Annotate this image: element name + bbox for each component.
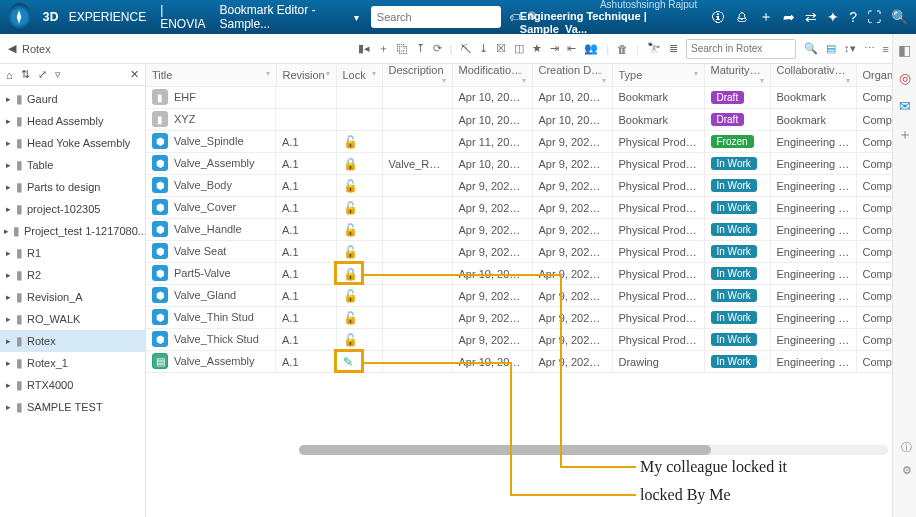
- cube-icon[interactable]: ◫: [514, 42, 524, 55]
- breadcrumb[interactable]: Rotex: [22, 43, 51, 55]
- rail-add-icon[interactable]: ＋: [898, 126, 912, 144]
- lock-icon[interactable]: 🔓: [343, 135, 358, 149]
- flag-icon[interactable]: ▮◂: [358, 42, 370, 55]
- rail-compass-icon[interactable]: ◎: [899, 70, 911, 86]
- table-row[interactable]: ⬢Valve SeatA.1🔓Apr 9, 2024, 1...Apr 9, 2…: [146, 241, 892, 263]
- col-title[interactable]: Title▾: [146, 64, 276, 86]
- caret-icon[interactable]: ▸: [4, 314, 12, 324]
- more-icon[interactable]: ⋯: [864, 42, 875, 55]
- tree-item[interactable]: ▸▮RO_WALK: [0, 308, 145, 330]
- box-icon[interactable]: ☒: [496, 42, 506, 55]
- caret-icon[interactable]: ▸: [4, 270, 12, 280]
- tree-item[interactable]: ▸▮R2: [0, 264, 145, 286]
- tree-item[interactable]: ▸▮Head Yoke Assembly: [0, 132, 145, 154]
- plus-icon[interactable]: ＋: [759, 8, 773, 26]
- caret-icon[interactable]: ▸: [4, 160, 12, 170]
- table-row[interactable]: ⬢Valve_Thick StudA.1🔓Apr 9, 2024, 9...Ap…: [146, 329, 892, 351]
- tree-item[interactable]: ▸▮Table: [0, 154, 145, 176]
- col-description[interactable]: Description▾: [382, 64, 452, 86]
- rail-mail-icon[interactable]: ✉: [899, 98, 911, 114]
- download-icon[interactable]: ⤓: [479, 42, 488, 55]
- network-icon[interactable]: ⇄: [805, 9, 817, 25]
- content-search[interactable]: [686, 39, 796, 59]
- col-lock[interactable]: Lock▾: [336, 64, 382, 86]
- lock-icon[interactable]: 🔓: [343, 223, 358, 237]
- lock-icon[interactable]: 🔓: [343, 311, 358, 325]
- col-type[interactable]: Type▾: [612, 64, 704, 86]
- tree-item[interactable]: ▸▮Revision_A: [0, 286, 145, 308]
- binoculars-icon[interactable]: 🔭: [647, 42, 661, 55]
- tree-item[interactable]: ▸▮project-102305: [0, 198, 145, 220]
- tree-item[interactable]: ▸▮R1: [0, 242, 145, 264]
- filter-icon[interactable]: ≣: [669, 42, 678, 55]
- lock-icon[interactable]: 🔓: [343, 179, 358, 193]
- upload-icon[interactable]: ⤒: [416, 42, 425, 55]
- caret-icon[interactable]: ▸: [4, 402, 12, 412]
- rail-app-icon[interactable]: ◧: [898, 42, 911, 58]
- expand-icon[interactable]: ⛶: [867, 9, 881, 25]
- caret-icon[interactable]: ▸: [4, 116, 12, 126]
- tree-sort-icon[interactable]: ⇅: [21, 68, 30, 81]
- export-icon[interactable]: ⇤: [567, 42, 576, 55]
- caret-icon[interactable]: ▸: [4, 248, 12, 258]
- topbar-context[interactable]: Ashutoshsingh Rajput Engineering Techniq…: [520, 0, 697, 35]
- tree-item[interactable]: ▸▮Gaurd: [0, 88, 145, 110]
- table-row[interactable]: ⬢Valve_HandleA.1🔓Apr 9, 2024, 1...Apr 9,…: [146, 219, 892, 241]
- col-revision[interactable]: Revision▾: [276, 64, 336, 86]
- tree-expand-icon[interactable]: ⤢: [38, 68, 47, 81]
- view-toggle-icon[interactable]: ▤: [826, 42, 836, 55]
- tree-item[interactable]: ▸▮Parts to design: [0, 176, 145, 198]
- star-icon[interactable]: ★: [532, 42, 542, 55]
- col-creation[interactable]: Creation Date▾: [532, 64, 612, 86]
- notification-icon[interactable]: 🛈: [711, 9, 725, 25]
- caret-icon[interactable]: ▸: [4, 336, 12, 346]
- lock-icon[interactable]: 🔓: [343, 201, 358, 215]
- tree-item[interactable]: ▸▮Head Assembly: [0, 110, 145, 132]
- horizontal-scrollbar[interactable]: [299, 445, 888, 455]
- footer-info-icon[interactable]: ⓘ: [901, 440, 912, 455]
- duplicate-icon[interactable]: ⿻: [397, 43, 408, 55]
- lock-icon[interactable]: 🔓: [343, 245, 358, 259]
- help-icon[interactable]: ?: [849, 9, 857, 25]
- caret-icon[interactable]: ▸: [4, 138, 12, 148]
- table-row[interactable]: ▤Valve_AssemblyA.1✎Apr 10, 2024, ...Apr …: [146, 351, 892, 373]
- caret-icon[interactable]: ▸: [4, 380, 12, 390]
- caret-icon[interactable]: ▸: [4, 358, 12, 368]
- tree-close-icon[interactable]: ✕: [130, 68, 139, 81]
- lock-icon[interactable]: 🔒: [343, 267, 358, 281]
- global-search-input[interactable]: [371, 11, 521, 23]
- share-icon[interactable]: ➦: [783, 9, 795, 25]
- table-row[interactable]: ⬢Valve_GlandA.1🔓Apr 9, 2024, 1...Apr 9, …: [146, 285, 892, 307]
- table-row[interactable]: ⬢Valve_SpindleA.1🔓Apr 11, 2024, ...Apr 9…: [146, 131, 892, 153]
- back-icon[interactable]: ◀: [8, 42, 16, 55]
- table-row[interactable]: ▮EHFApr 10, 2024, ...Apr 10, 2024, ...Bo…: [146, 86, 892, 109]
- caret-icon[interactable]: ▸: [4, 182, 12, 192]
- caret-icon[interactable]: ▸: [4, 226, 9, 236]
- scrollbar-thumb[interactable]: [299, 445, 711, 455]
- tree-item[interactable]: ▸▮Rotex_1: [0, 352, 145, 374]
- col-collab[interactable]: Collaborative ...▾: [770, 64, 856, 86]
- lock-icon[interactable]: ✎: [343, 355, 353, 369]
- chevron-down-icon[interactable]: ▾: [354, 12, 359, 23]
- lock-icon[interactable]: 🔓: [343, 289, 358, 303]
- lock-icon[interactable]: 🔒: [343, 157, 358, 171]
- delete-icon[interactable]: 🗑: [617, 43, 628, 55]
- tree-item[interactable]: ▸▮Rotex: [0, 330, 145, 352]
- sort-icon[interactable]: ↕▾: [844, 42, 856, 55]
- tree-filter-icon[interactable]: ▿: [55, 68, 61, 81]
- tool-icon[interactable]: ⛏: [460, 43, 471, 55]
- people-icon[interactable]: 👥: [584, 42, 598, 55]
- footer-gear-icon[interactable]: ⚙: [902, 464, 912, 477]
- tree-home-icon[interactable]: ⌂: [6, 69, 13, 81]
- search2-icon[interactable]: 🔍: [891, 9, 908, 25]
- table-row[interactable]: ⬢Part5-ValveA.1🔒Apr 10, 2024, ...Apr 9, …: [146, 263, 892, 285]
- import-icon[interactable]: ⇥: [550, 42, 559, 55]
- caret-icon[interactable]: ▸: [4, 292, 12, 302]
- col-org[interactable]: Organization▾: [856, 64, 892, 86]
- compass-icon[interactable]: [8, 3, 31, 31]
- content-search-input[interactable]: [691, 43, 818, 54]
- add-icon[interactable]: ＋: [378, 41, 389, 56]
- col-maturity[interactable]: Maturity St...▾: [704, 64, 770, 86]
- caret-icon[interactable]: ▸: [4, 94, 12, 104]
- tag-icon[interactable]: 🏷: [509, 11, 520, 23]
